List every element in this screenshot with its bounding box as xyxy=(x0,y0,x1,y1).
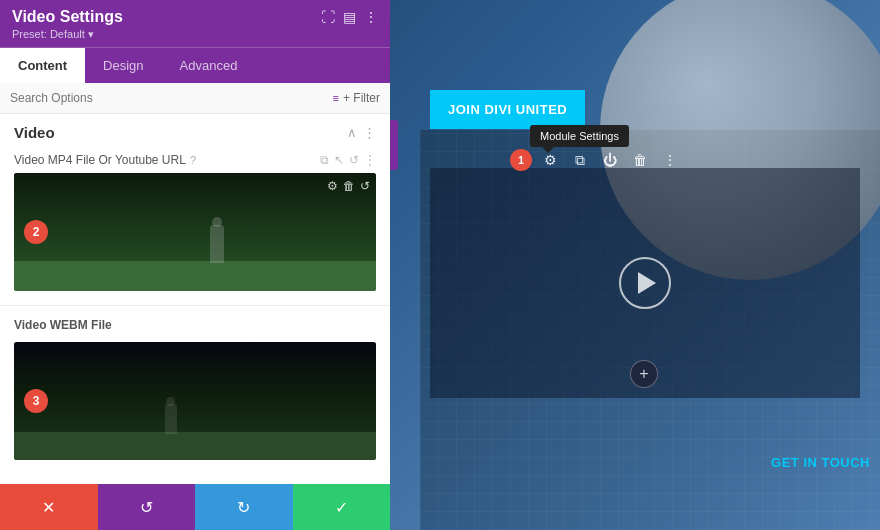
tab-advanced[interactable]: Advanced xyxy=(162,48,256,83)
thumb-field-1 xyxy=(14,261,376,291)
left-edge-toggle[interactable] xyxy=(390,120,398,170)
join-divi-united-button[interactable]: JOIN DIVI UNITED xyxy=(430,90,585,129)
panel-preset[interactable]: Preset: Default ▾ xyxy=(12,28,378,41)
module-power-icon[interactable]: ⏻ xyxy=(598,148,622,172)
divider-1 xyxy=(0,305,390,306)
thumb-overlay-icons-1: ⚙ 🗑 ↺ xyxy=(327,179,370,193)
play-button[interactable] xyxy=(619,257,671,309)
video-thumb-1: ⚙ 🗑 ↺ 2 xyxy=(14,173,376,291)
figure-silhouette-2 xyxy=(165,404,177,434)
tabs-bar: Content Design Advanced xyxy=(0,47,390,83)
panel-title: Video Settings xyxy=(12,8,123,26)
module-more-icon[interactable]: ⋮ xyxy=(658,148,682,172)
add-content-button[interactable]: + xyxy=(630,360,658,388)
panel-header-icons: ⛶ ▤ ⋮ xyxy=(321,9,378,25)
figure-silhouette-1 xyxy=(210,225,224,263)
undo-field-btn[interactable]: ↺ xyxy=(349,153,359,167)
bottom-toolbar: ✕ ↺ ↻ ✓ xyxy=(0,484,390,530)
mp4-field-row: Video MP4 File Or Youtube URL ? ⧉ ↖ ↺ ⋮ xyxy=(0,147,390,301)
thumb-undo-icon[interactable]: ↺ xyxy=(360,179,370,193)
step-badge-1: 2 xyxy=(24,220,48,244)
grass-2 xyxy=(14,432,376,460)
webm-field-label: Video WEBM File xyxy=(0,310,390,336)
section-more-icon[interactable]: ⋮ xyxy=(363,125,376,140)
module-number-badge[interactable]: 1 xyxy=(510,149,532,171)
thumb-trash-icon[interactable]: 🗑 xyxy=(343,179,355,193)
fullscreen-icon[interactable]: ⛶ xyxy=(321,9,335,25)
play-triangle-icon xyxy=(638,272,656,294)
undo-button[interactable]: ↺ xyxy=(98,484,196,530)
arrow-field-btn[interactable]: ↖ xyxy=(334,153,344,167)
mp4-label-text: Video MP4 File Or Youtube URL xyxy=(14,153,186,167)
redo-button[interactable]: ↻ xyxy=(195,484,293,530)
field-actions: ⧉ ↖ ↺ ⋮ xyxy=(320,153,376,167)
video-thumb-2: 3 xyxy=(14,342,376,460)
collapse-icon[interactable]: ∧ xyxy=(347,125,357,140)
help-icon[interactable]: ? xyxy=(190,154,196,166)
tooltip-text: Module Settings xyxy=(540,130,619,142)
get-in-touch-button[interactable]: GET IN TOUCH xyxy=(771,455,870,470)
section-title: Video xyxy=(14,124,55,141)
add-icon: + xyxy=(639,365,648,383)
module-settings-tooltip: Module Settings xyxy=(530,125,629,147)
save-button[interactable]: ✓ xyxy=(293,484,391,530)
video-section-header: Video ∧ ⋮ xyxy=(0,114,390,147)
left-panel: Video Settings ⛶ ▤ ⋮ Preset: Default ▾ C… xyxy=(0,0,390,530)
more-field-btn[interactable]: ⋮ xyxy=(364,153,376,167)
panel-header: Video Settings ⛶ ▤ ⋮ Preset: Default ▾ xyxy=(0,0,390,47)
filter-button[interactable]: ≡ + Filter xyxy=(333,91,380,105)
video-thumb-content-2 xyxy=(14,342,376,460)
copy-field-btn[interactable]: ⧉ xyxy=(320,153,329,167)
panel-content: Video ∧ ⋮ Video MP4 File Or Youtube URL … xyxy=(0,114,390,530)
filter-icon: ≡ xyxy=(333,92,339,104)
search-bar: ≡ + Filter xyxy=(0,83,390,114)
filter-label: + Filter xyxy=(343,91,380,105)
thumb-gear-icon[interactable]: ⚙ xyxy=(327,179,338,193)
step-badge-2: 3 xyxy=(24,389,48,413)
section-actions: ∧ ⋮ xyxy=(347,125,376,140)
webm-label-text: Video WEBM File xyxy=(14,318,112,332)
module-controls: 1 ⚙ ⧉ ⏻ 🗑 ⋮ xyxy=(510,148,682,172)
tab-design[interactable]: Design xyxy=(85,48,161,83)
panel-header-top: Video Settings ⛶ ▤ ⋮ xyxy=(12,8,378,26)
module-duplicate-icon[interactable]: ⧉ xyxy=(568,148,592,172)
tab-content[interactable]: Content xyxy=(0,48,85,83)
module-trash-icon[interactable]: 🗑 xyxy=(628,148,652,172)
cancel-button[interactable]: ✕ xyxy=(0,484,98,530)
columns-icon[interactable]: ▤ xyxy=(343,9,356,25)
more-icon[interactable]: ⋮ xyxy=(364,9,378,25)
video-thumb-content-1 xyxy=(14,173,376,291)
search-input[interactable] xyxy=(10,91,333,105)
webm-field-row: 3 xyxy=(0,336,390,470)
mp4-field-label: Video MP4 File Or Youtube URL ? ⧉ ↖ ↺ ⋮ xyxy=(14,153,376,167)
